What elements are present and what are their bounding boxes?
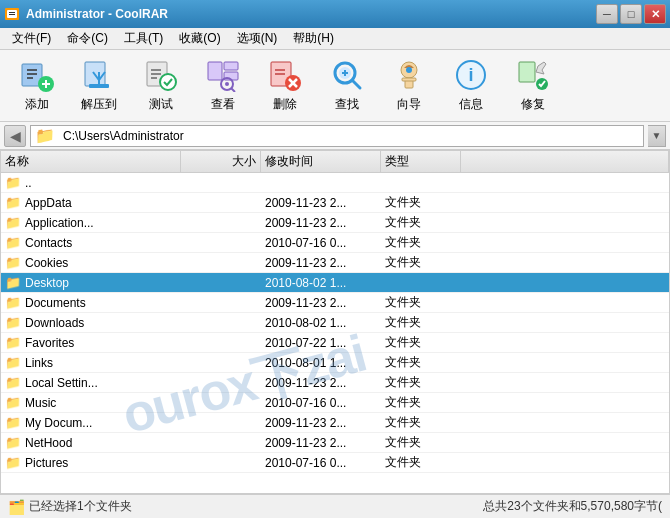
- file-extra-cell: [461, 413, 669, 432]
- file-size-cell: [181, 173, 261, 192]
- toolbar-delete-button[interactable]: 删除: [256, 55, 314, 117]
- header-type[interactable]: 类型: [381, 151, 461, 172]
- file-extra-cell: [461, 213, 669, 232]
- table-row[interactable]: Documents 2009-11-23 2... 文件夹: [1, 293, 669, 313]
- svg-line-24: [231, 88, 235, 92]
- table-row[interactable]: AppData 2009-11-23 2... 文件夹: [1, 193, 669, 213]
- file-extra-cell: [461, 433, 669, 452]
- file-extra-cell: [461, 173, 669, 192]
- table-row[interactable]: Application... 2009-11-23 2... 文件夹: [1, 213, 669, 233]
- file-name-cell: Contacts: [1, 233, 181, 252]
- toolbar-test-button[interactable]: 测试: [132, 55, 190, 117]
- header-size[interactable]: 大小: [181, 151, 261, 172]
- file-type-cell: 文件夹: [381, 233, 461, 252]
- table-row[interactable]: Pictures 2010-07-16 0... 文件夹: [1, 453, 669, 473]
- status-left: 🗂️ 已经选择1个文件夹: [8, 498, 132, 515]
- maximize-button[interactable]: □: [620, 4, 642, 24]
- header-name[interactable]: 名称: [1, 151, 181, 172]
- extract-label: 解压到: [81, 96, 117, 113]
- table-row[interactable]: Favorites 2010-07-22 1... 文件夹: [1, 333, 669, 353]
- wizard-label: 向导: [397, 96, 421, 113]
- menu-tools[interactable]: 工具(T): [116, 28, 171, 49]
- folder-icon: [5, 215, 21, 231]
- folder-icon: [5, 315, 21, 331]
- toolbar-extract-button[interactable]: 解压到: [70, 55, 128, 117]
- svg-line-33: [352, 80, 360, 88]
- folder-icon: [5, 395, 21, 411]
- file-date-cell: 2009-11-23 2...: [261, 253, 381, 272]
- file-date-cell: 2009-11-23 2...: [261, 373, 381, 392]
- table-row[interactable]: Local Settin... 2009-11-23 2... 文件夹: [1, 373, 669, 393]
- file-extra-cell: [461, 373, 669, 392]
- repair-icon: [515, 58, 551, 92]
- table-row[interactable]: Cookies 2009-11-23 2... 文件夹: [1, 253, 669, 273]
- table-row[interactable]: Music 2010-07-16 0... 文件夹: [1, 393, 669, 413]
- file-size-cell: [181, 453, 261, 472]
- file-name-cell: Pictures: [1, 453, 181, 472]
- file-extra-cell: [461, 233, 669, 252]
- find-label: 查找: [335, 96, 359, 113]
- file-type-cell: 文件夹: [381, 253, 461, 272]
- file-date-cell: 2010-07-16 0...: [261, 453, 381, 472]
- toolbar: 添加 解压到 测试: [0, 50, 670, 122]
- table-row[interactable]: NetHood 2009-11-23 2... 文件夹: [1, 433, 669, 453]
- table-row[interactable]: My Docum... 2009-11-23 2... 文件夹: [1, 413, 669, 433]
- file-date-cell: 2009-11-23 2...: [261, 413, 381, 432]
- menu-cmd[interactable]: 命令(C): [59, 28, 116, 49]
- status-bar: 🗂️ 已经选择1个文件夹 总共23个文件夹和5,570,580字节(: [0, 494, 670, 518]
- menu-bar: 文件(F) 命令(C) 工具(T) 收藏(O) 选项(N) 帮助(H): [0, 28, 670, 50]
- test-label: 测试: [149, 96, 173, 113]
- address-folder-icon: 📁: [31, 126, 59, 145]
- file-name-cell: Desktop: [1, 273, 181, 292]
- add-icon: [19, 58, 55, 92]
- address-dropdown-button[interactable]: ▼: [648, 125, 666, 147]
- file-size-cell: [181, 233, 261, 252]
- folder-icon: [5, 335, 21, 351]
- toolbar-find-button[interactable]: 查找: [318, 55, 376, 117]
- toolbar-add-button[interactable]: 添加: [8, 55, 66, 117]
- table-row[interactable]: Downloads 2010-08-02 1... 文件夹: [1, 313, 669, 333]
- toolbar-info-button[interactable]: i 信息: [442, 55, 500, 117]
- folder-icon: [5, 195, 21, 211]
- file-size-cell: [181, 353, 261, 372]
- file-type-cell: 文件夹: [381, 293, 461, 312]
- svg-point-23: [225, 82, 229, 86]
- address-input[interactable]: C:\Users\Administrator: [59, 125, 643, 147]
- file-type-cell: 文件夹: [381, 313, 461, 332]
- status-text-right: 总共23个文件夹和5,570,580字节(: [483, 498, 662, 515]
- menu-bookmarks[interactable]: 收藏(O): [171, 28, 228, 49]
- folder-icon: [5, 375, 21, 391]
- file-date-cell: [261, 173, 381, 192]
- header-date[interactable]: 修改时间: [261, 151, 381, 172]
- table-row[interactable]: ..: [1, 173, 669, 193]
- table-row[interactable]: Contacts 2010-07-16 0... 文件夹: [1, 233, 669, 253]
- back-button[interactable]: ◀: [4, 125, 26, 147]
- menu-file[interactable]: 文件(F): [4, 28, 59, 49]
- file-type-cell: 文件夹: [381, 453, 461, 472]
- file-name-cell: Music: [1, 393, 181, 412]
- file-name-cell: Downloads: [1, 313, 181, 332]
- menu-help[interactable]: 帮助(H): [285, 28, 342, 49]
- toolbar-view-button[interactable]: 查看: [194, 55, 252, 117]
- file-date-cell: 2010-08-01 1...: [261, 353, 381, 372]
- table-row[interactable]: Links 2010-08-01 1... 文件夹: [1, 353, 669, 373]
- folder-icon: [5, 435, 21, 451]
- close-button[interactable]: ✕: [644, 4, 666, 24]
- view-icon: [205, 58, 241, 92]
- file-name-cell: Local Settin...: [1, 373, 181, 392]
- info-label: 信息: [459, 96, 483, 113]
- file-extra-cell: [461, 193, 669, 212]
- header-extra: [461, 151, 669, 172]
- file-size-cell: [181, 213, 261, 232]
- toolbar-wizard-button[interactable]: 向导: [380, 55, 438, 117]
- minimize-button[interactable]: ─: [596, 4, 618, 24]
- folder-icon: [5, 455, 21, 471]
- file-size-cell: [181, 253, 261, 272]
- delete-label: 删除: [273, 96, 297, 113]
- svg-rect-2: [9, 12, 15, 13]
- menu-options[interactable]: 选项(N): [229, 28, 286, 49]
- status-icon: 🗂️: [8, 499, 25, 515]
- table-row[interactable]: Desktop 2010-08-02 1...: [1, 273, 669, 293]
- file-date-cell: 2009-11-23 2...: [261, 193, 381, 212]
- toolbar-repair-button[interactable]: 修复: [504, 55, 562, 117]
